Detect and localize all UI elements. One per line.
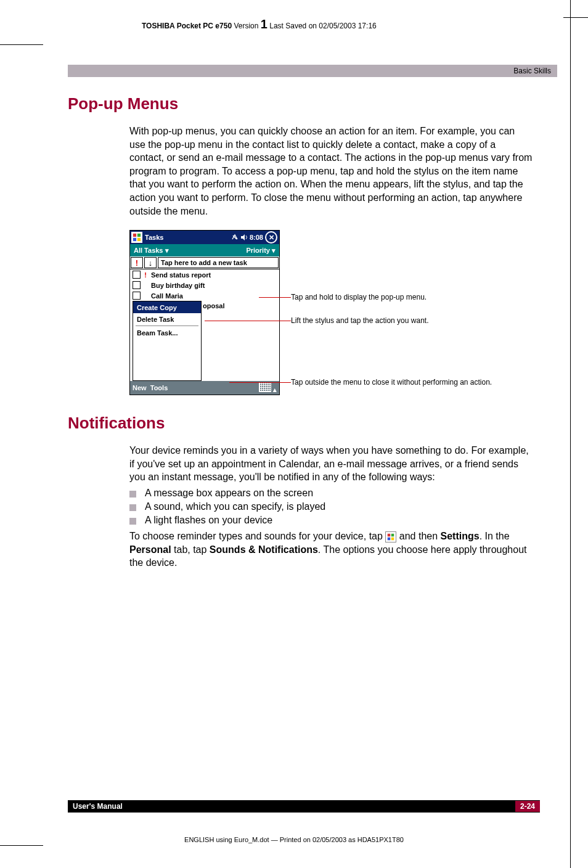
svg-rect-6 xyxy=(388,537,391,540)
crop-mark-bottom-left xyxy=(0,845,43,846)
bullet-item: A message box appears on the screen xyxy=(129,488,533,499)
ppc-bottombar: New Tools ▴ xyxy=(130,381,279,395)
ppc-titlebar: Tasks 8:08 ✕ xyxy=(130,231,279,244)
svg-rect-0 xyxy=(133,234,136,237)
callout-text-2: Lift the stylus and tap the action you w… xyxy=(291,316,428,325)
svg-rect-5 xyxy=(391,533,394,536)
popup-paragraph: With pop-up menus, you can quickly choos… xyxy=(129,125,533,218)
clock-time: 8:08 xyxy=(250,234,263,241)
windows-flag-icon[interactable] xyxy=(131,232,142,243)
bullet-list: A message box appears on the screen A so… xyxy=(129,488,533,526)
para2-sounds: Sounds & Notifications xyxy=(210,544,318,555)
para2-d: tab, tap xyxy=(171,544,210,555)
ppc-title: Tasks xyxy=(145,234,231,241)
callout-line xyxy=(229,382,291,383)
product-name: TOSHIBA Pocket PC e750 xyxy=(142,22,232,30)
tools-button[interactable]: Tools xyxy=(150,384,168,391)
task-row[interactable]: Buy birthday gift xyxy=(130,280,279,290)
para2-a: To choose reminder types and sounds for … xyxy=(129,531,385,541)
bullet-item: A sound, which you can specify, is playe… xyxy=(129,501,533,512)
speaker-icon[interactable] xyxy=(240,234,248,241)
para2-personal: Personal xyxy=(129,544,171,555)
pocketpc-screenshot: Tasks 8:08 ✕ All Tasks ▾ Priority ▾ ! ↓ … xyxy=(129,230,280,395)
bullet-icon xyxy=(129,504,136,511)
svg-rect-4 xyxy=(388,533,391,536)
task-label: Buy birthday gift xyxy=(149,282,205,289)
checkbox-icon[interactable] xyxy=(133,292,141,300)
para2-settings: Settings xyxy=(441,531,480,541)
notifications-paragraph: Your device reminds you in a variety of … xyxy=(129,444,533,484)
sort-column-button[interactable]: ↓ xyxy=(144,257,157,268)
truncated-task-text: oposal xyxy=(202,301,224,381)
bullet-text: A light flashes on your device xyxy=(145,515,272,526)
callout-1: Tap and hold to display the pop-up menu. xyxy=(291,293,427,301)
task-list: ! Send status report Buy birthday gift C… xyxy=(130,269,279,301)
heading-notifications: Notifications xyxy=(68,414,557,433)
svg-rect-1 xyxy=(137,234,141,237)
version-number: 1 xyxy=(261,17,267,31)
ppc-toolbar: All Tasks ▾ Priority ▾ xyxy=(130,244,279,256)
version-label: Version xyxy=(234,22,258,30)
doc-header: TOSHIBA Pocket PC e750 Version 1 Last Sa… xyxy=(142,17,557,31)
context-menu-area: Create Copy Delete Task Beam Task... opo… xyxy=(130,301,279,381)
last-saved: Last Saved on 02/05/2003 17:16 xyxy=(269,22,376,30)
bottombar-left: New Tools xyxy=(133,384,168,391)
footer-bar: User's Manual 2-24 xyxy=(68,800,540,813)
task-label: Call Maria xyxy=(149,292,183,300)
chevron-down-icon: ▾ xyxy=(165,247,169,254)
keyboard-toggle[interactable]: ▴ xyxy=(259,382,277,394)
footer-print-info: ENGLISH using Euro_M.dot — Printed on 02… xyxy=(0,836,588,843)
callout-line xyxy=(205,321,291,321)
menu-separator xyxy=(136,326,198,326)
checkbox-icon[interactable] xyxy=(133,271,141,279)
para2-c: . In the xyxy=(480,531,510,541)
bullet-icon xyxy=(129,518,136,525)
callout-3: Tap outside the menu to close it without… xyxy=(291,378,492,387)
priority-column-button[interactable]: ! xyxy=(131,257,143,268)
section-bar: Basic Skills xyxy=(68,65,557,77)
crop-mark-right xyxy=(570,0,571,868)
task-label: Send status report xyxy=(149,271,211,279)
svg-rect-2 xyxy=(133,238,136,241)
crop-mark-top xyxy=(563,17,588,18)
task-row[interactable]: Call Maria xyxy=(130,290,279,301)
task-row[interactable]: ! Send status report xyxy=(130,269,279,280)
bullet-text: A message box appears on the screen xyxy=(145,488,313,499)
sort-dropdown[interactable]: Priority ▾ xyxy=(246,247,276,255)
heading-popup-menus: Pop-up Menus xyxy=(68,94,557,113)
callout-text-1: Tap and hold to display the pop-up menu. xyxy=(291,293,427,301)
priority-icon: ! xyxy=(142,271,149,279)
notifications-paragraph-2: To choose reminder types and sounds for … xyxy=(129,530,533,570)
filter-dropdown[interactable]: All Tasks ▾ xyxy=(134,247,169,255)
bullet-text: A sound, which you can specify, is playe… xyxy=(145,501,325,512)
bullet-icon xyxy=(129,491,136,497)
svg-rect-7 xyxy=(391,537,394,540)
menu-item-delete-task[interactable]: Delete Task xyxy=(133,313,201,325)
callout-2: Lift the stylus and tap the action you w… xyxy=(291,316,428,325)
callout-line xyxy=(259,297,291,298)
new-task-row: ! ↓ Tap here to add a new task xyxy=(130,256,279,269)
menu-item-beam-task[interactable]: Beam Task... xyxy=(133,327,201,338)
new-button[interactable]: New xyxy=(133,384,147,391)
close-icon[interactable]: ✕ xyxy=(265,231,277,244)
context-menu: Create Copy Delete Task Beam Task... xyxy=(133,301,202,381)
bullet-item: A light flashes on your device xyxy=(129,515,533,526)
checkbox-icon[interactable] xyxy=(133,281,141,289)
section-label: Basic Skills xyxy=(513,67,551,75)
connectivity-icon xyxy=(231,234,239,241)
footer-manual: User's Manual xyxy=(73,802,123,811)
callout-text-3: Tap outside the menu to close it without… xyxy=(291,378,492,387)
new-task-input[interactable]: Tap here to add a new task xyxy=(158,257,279,268)
chevron-up-icon: ▴ xyxy=(273,386,277,393)
keyboard-icon xyxy=(259,382,271,392)
windows-flag-icon[interactable] xyxy=(385,531,396,542)
chevron-down-icon: ▾ xyxy=(272,247,276,254)
para2-b: and then xyxy=(396,531,440,541)
svg-rect-3 xyxy=(137,238,141,241)
ppc-status-icons: 8:08 ✕ xyxy=(231,231,279,244)
crop-mark-left xyxy=(0,44,43,45)
menu-item-create-copy[interactable]: Create Copy xyxy=(133,301,201,313)
footer-page: 2-24 xyxy=(515,801,540,812)
